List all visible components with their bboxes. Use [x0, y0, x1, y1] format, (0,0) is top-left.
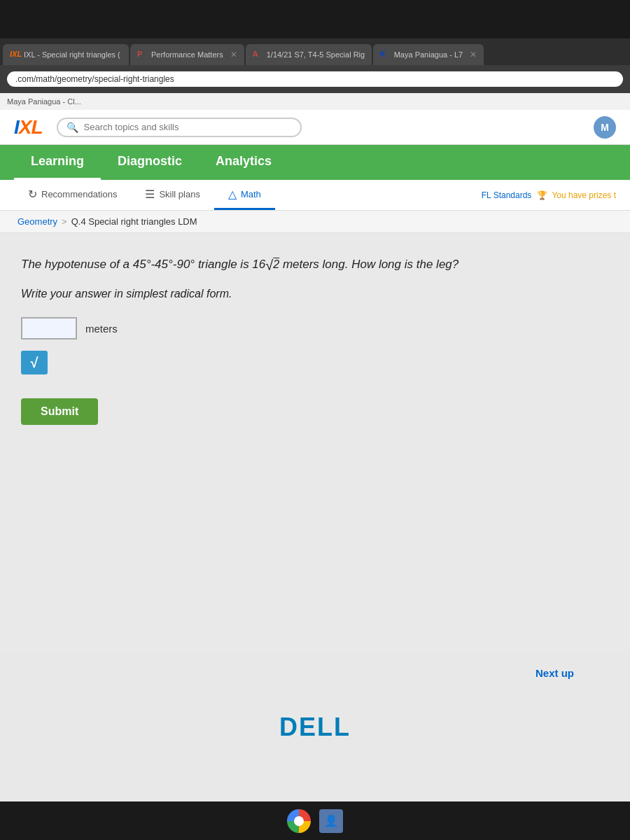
breadcrumb-geometry[interactable]: Geometry [18, 216, 57, 227]
math-icon: △ [228, 188, 237, 201]
address-bar-row: .com/math/geometry/special-right-triangl… [0, 65, 630, 93]
nav-label-diagnostic: Diagnostic [118, 154, 182, 169]
tab-close-maya[interactable]: ✕ [470, 50, 477, 59]
user-area: M [594, 116, 616, 139]
tab-favicon-doc: A [253, 50, 262, 59]
question-text: The hypotenuse of a 45°-45°-90° triangle… [21, 254, 609, 276]
prizes-text: You have prizes t [552, 190, 616, 200]
search-icon: 🔍 [66, 122, 78, 133]
ixl-nav: Learning Diagnostic Analytics [0, 145, 630, 180]
subnav-label-recommendations: Recommendations [41, 189, 117, 200]
subnav-skill-plans[interactable]: ☰ Skill plans [131, 180, 214, 210]
nav-label-analytics: Analytics [216, 154, 272, 169]
breadcrumb: Geometry > Q.4 Special right triangles L… [0, 211, 630, 233]
ixl-content: The hypotenuse of a 45°-45°-90° triangle… [0, 233, 630, 653]
address-bar[interactable]: .com/math/geometry/special-right-triangl… [7, 71, 623, 87]
bookmark-label[interactable]: Maya Paniagua - Cl... [7, 97, 81, 106]
browser-chrome: IXL IXL - Special right triangles ( ✕ P … [0, 38, 630, 110]
next-up-section: Next up [536, 667, 574, 679]
nav-item-diagnostic[interactable]: Diagnostic [101, 145, 199, 180]
dell-logo: DELL [279, 713, 351, 742]
subnav-label-skill-plans: Skill plans [159, 189, 200, 200]
user-taskbar-icon[interactable]: 👤 [319, 809, 343, 833]
search-input[interactable] [84, 122, 292, 132]
nav-label-learning: Learning [31, 154, 84, 169]
tab-close-ixl[interactable]: ✕ [127, 50, 129, 59]
tab-close-pm[interactable]: ✕ [230, 50, 237, 59]
submit-button[interactable]: Submit [21, 398, 98, 425]
bottom-taskbar: 👤 [0, 802, 630, 840]
radical-icon: √ [31, 355, 38, 371]
bookmark-bar: Maya Paniagua - Cl... [0, 93, 630, 110]
tab-label-doc: 1/14/21 S7, T4-5 Special Rig [267, 50, 365, 59]
logo-i: I [14, 116, 19, 138]
chrome-icon[interactable] [287, 809, 311, 833]
tab-label-ixl: IXL - Special right triangles ( [24, 50, 120, 59]
avatar[interactable]: M [594, 116, 616, 139]
browser-tab-maya[interactable]: K Maya Paniagua - L7 ✕ [373, 44, 484, 65]
subnav-recommendations[interactable]: ↻ Recommendations [14, 180, 131, 210]
next-up-label[interactable]: Next up [536, 667, 574, 679]
ixl-header: IXL 🔍 M [0, 110, 630, 145]
nav-item-analytics[interactable]: Analytics [199, 145, 288, 180]
browser-tab-pm[interactable]: P Performance Matters ✕ [130, 44, 244, 65]
ixl-logo: IXL [14, 116, 43, 139]
answer-input[interactable] [21, 317, 77, 340]
browser-tab-ixl[interactable]: IXL IXL - Special right triangles ( ✕ [3, 44, 129, 65]
subnav-math[interactable]: △ Math [214, 180, 275, 210]
tab-favicon-pm: P [137, 50, 147, 59]
radical-button-row: √ [21, 351, 609, 374]
radical-button[interactable]: √ [21, 351, 48, 374]
answer-row: meters [21, 317, 609, 340]
tab-favicon-maya: K [380, 50, 390, 59]
os-top-bar [0, 0, 630, 38]
tab-favicon-ixl: IXL [10, 50, 20, 59]
tab-label-pm: Performance Matters [151, 50, 223, 59]
breadcrumb-current: Q.4 Special right triangles LDM [71, 216, 197, 227]
prizes-notice: 🏆 You have prizes t [537, 190, 616, 200]
logo-xl: XL [19, 116, 43, 138]
tab-bar: IXL IXL - Special right triangles ( ✕ P … [0, 38, 630, 65]
subnav-right: FL Standards 🏆 You have prizes t [482, 190, 616, 200]
tab-label-maya: Maya Paniagua - L7 [394, 50, 463, 59]
trophy-icon: 🏆 [537, 190, 547, 200]
fl-standards-link[interactable]: FL Standards [482, 190, 532, 200]
unit-label: meters [85, 323, 118, 335]
skill-plans-icon: ☰ [145, 188, 155, 201]
question-instruction: Write your answer in simplest radical fo… [21, 288, 609, 300]
browser-tab-doc[interactable]: A 1/14/21 S7, T4-5 Special Rig ✕ [246, 44, 372, 65]
ixl-search-bar[interactable]: 🔍 [57, 118, 302, 137]
subnav-label-math: Math [241, 189, 261, 200]
ixl-subnav: ↻ Recommendations ☰ Skill plans △ Math F… [0, 180, 630, 211]
breadcrumb-separator: > [62, 216, 67, 227]
recommendations-icon: ↻ [28, 188, 37, 201]
nav-item-learning[interactable]: Learning [14, 145, 101, 180]
